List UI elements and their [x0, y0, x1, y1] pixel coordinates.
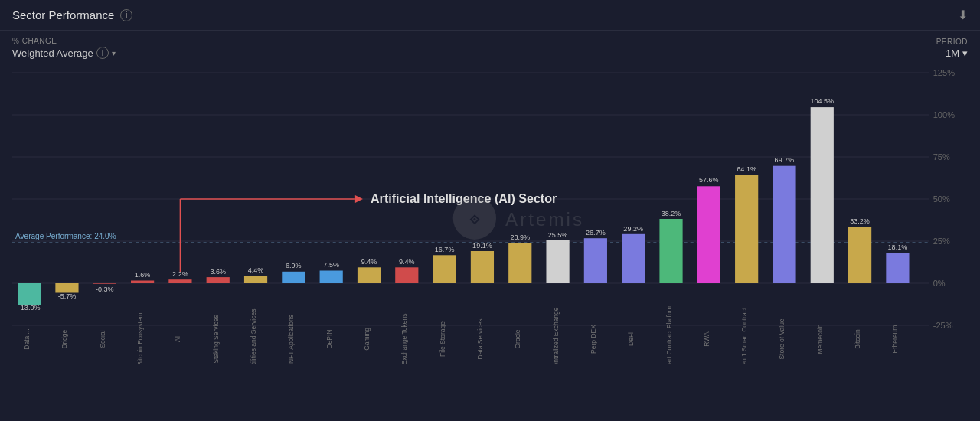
svg-text:3.6%: 3.6% — [210, 268, 226, 276]
svg-text:Artemis: Artemis — [505, 209, 584, 230]
weighted-avg-dropdown[interactable]: Weighted Average i ▾ — [12, 47, 116, 59]
svg-text:Perp DEX: Perp DEX — [590, 325, 597, 354]
svg-text:4.4%: 4.4% — [248, 266, 264, 274]
chevron-down-icon: ▾ — [112, 49, 116, 57]
weighted-info-icon[interactable]: i — [96, 47, 109, 59]
svg-text:NFT Applications: NFT Applications — [287, 315, 295, 364]
title-info-icon[interactable]: i — [120, 9, 132, 21]
period-dropdown[interactable]: 1M ▾ — [946, 47, 968, 59]
svg-rect-16 — [18, 283, 41, 305]
svg-rect-25 — [131, 281, 154, 284]
svg-rect-82 — [848, 227, 871, 283]
svg-text:Social: Social — [99, 330, 106, 348]
period-chevron-icon: ▾ — [962, 47, 968, 59]
svg-text:Bitcoin: Bitcoin — [854, 329, 861, 349]
svg-rect-67 — [659, 219, 682, 283]
svg-text:Store of Value: Store of Value — [778, 318, 786, 359]
svg-rect-28 — [168, 279, 191, 283]
svg-text:AI: AI — [174, 336, 181, 342]
page-title: Sector Performance — [12, 8, 114, 21]
svg-text:26.7%: 26.7% — [586, 229, 606, 237]
svg-text:104.5%: 104.5% — [810, 97, 834, 105]
header: Sector Performance i ⬇ — [0, 0, 980, 31]
svg-rect-76 — [773, 166, 795, 283]
svg-rect-70 — [697, 186, 720, 283]
svg-text:Bitcoin Ecosystem: Bitcoin Ecosystem — [136, 312, 144, 364]
svg-text:25.5%: 25.5% — [548, 231, 568, 239]
svg-text:33.2%: 33.2% — [850, 217, 870, 225]
svg-text:Oracle: Oracle — [514, 329, 521, 348]
download-icon[interactable]: ⬇ — [958, 8, 968, 22]
svg-text:57.6%: 57.6% — [699, 176, 719, 184]
svg-rect-37 — [282, 272, 305, 283]
svg-rect-22 — [93, 283, 116, 284]
svg-text:7.5%: 7.5% — [323, 261, 339, 269]
svg-text:18.1%: 18.1% — [888, 243, 908, 251]
svg-text:0%: 0% — [933, 279, 946, 288]
svg-text:DeFi: DeFi — [627, 332, 635, 346]
controls-bar: % CHANGE Weighted Average i ▾ PERIOD 1M … — [0, 31, 980, 65]
svg-text:Data ...: Data ... — [23, 328, 31, 349]
svg-rect-40 — [320, 271, 343, 284]
svg-rect-55 — [508, 243, 531, 283]
svg-text:Memecoin: Memecoin — [816, 324, 824, 354]
svg-rect-31 — [207, 277, 230, 283]
svg-rect-64 — [622, 234, 645, 283]
svg-text:Utilities and Services: Utilities and Services — [250, 309, 257, 364]
svg-text:9.4%: 9.4% — [399, 258, 415, 266]
svg-rect-49 — [433, 255, 456, 283]
svg-rect-52 — [471, 251, 494, 283]
svg-text:38.2%: 38.2% — [662, 210, 681, 217]
svg-text:Ethereum: Ethereum — [891, 325, 899, 354]
svg-text:DePIN: DePIN — [325, 329, 333, 348]
svg-text:-13.0%: -13.0% — [18, 304, 41, 312]
svg-text:6.9%: 6.9% — [286, 262, 302, 269]
svg-text:-0.3%: -0.3% — [96, 286, 114, 293]
header-left: Sector Performance i — [12, 8, 132, 21]
main-container: Sector Performance i ⬇ % CHANGE Weighted… — [0, 0, 980, 421]
chart-container: .grid-line-svg { stroke: #2a2d3e; stroke… — [12, 65, 968, 364]
svg-text:Staking Services: Staking Services — [212, 315, 220, 363]
svg-text:Bridge: Bridge — [60, 329, 68, 348]
svg-text:75%: 75% — [933, 152, 950, 162]
svg-text:19.1%: 19.1% — [472, 242, 492, 250]
svg-text:⟐: ⟐ — [469, 209, 480, 228]
svg-rect-85 — [886, 253, 909, 283]
svg-rect-34 — [244, 276, 267, 283]
period-value: 1M — [946, 47, 959, 59]
chart-svg: .grid-line-svg { stroke: #2a2d3e; stroke… — [12, 65, 968, 364]
svg-text:Gen 1 Smart Contract: Gen 1 Smart Contract — [740, 307, 748, 364]
change-label: % CHANGE — [12, 37, 116, 45]
svg-marker-90 — [355, 195, 363, 203]
svg-text:-5.7%: -5.7% — [58, 292, 77, 300]
svg-rect-61 — [584, 238, 607, 283]
svg-rect-19 — [55, 283, 78, 293]
svg-text:Exchange Tokens: Exchange Tokens — [400, 314, 408, 364]
svg-text:File Storage: File Storage — [439, 321, 446, 357]
svg-text:1.6%: 1.6% — [135, 271, 151, 279]
svg-text:-25%: -25% — [933, 321, 953, 330]
svg-rect-43 — [358, 267, 381, 283]
svg-rect-73 — [735, 175, 758, 283]
svg-text:100%: 100% — [933, 110, 955, 119]
svg-text:Smart Contract Platform: Smart Contract Platform — [665, 304, 672, 364]
svg-text:69.7%: 69.7% — [775, 156, 795, 164]
svg-text:125%: 125% — [933, 68, 955, 77]
svg-text:Data Services: Data Services — [476, 319, 484, 360]
svg-text:Average Performance: 24.0%: Average Performance: 24.0% — [15, 232, 116, 240]
svg-text:25%: 25% — [933, 237, 950, 246]
svg-rect-46 — [395, 267, 418, 283]
svg-rect-79 — [811, 107, 834, 283]
svg-text:23.9%: 23.9% — [510, 233, 530, 241]
controls-right: PERIOD 1M ▾ — [936, 38, 968, 59]
svg-text:RWA: RWA — [703, 331, 710, 347]
controls-left: % CHANGE Weighted Average i ▾ — [12, 37, 116, 59]
svg-text:16.7%: 16.7% — [435, 246, 455, 253]
svg-text:29.2%: 29.2% — [623, 225, 643, 233]
weighted-avg-label: Weighted Average — [12, 47, 93, 59]
period-label: PERIOD — [936, 38, 968, 46]
svg-text:9.4%: 9.4% — [361, 258, 377, 266]
svg-text:50%: 50% — [933, 194, 950, 204]
svg-text:64.1%: 64.1% — [737, 165, 756, 173]
svg-rect-58 — [546, 240, 569, 283]
